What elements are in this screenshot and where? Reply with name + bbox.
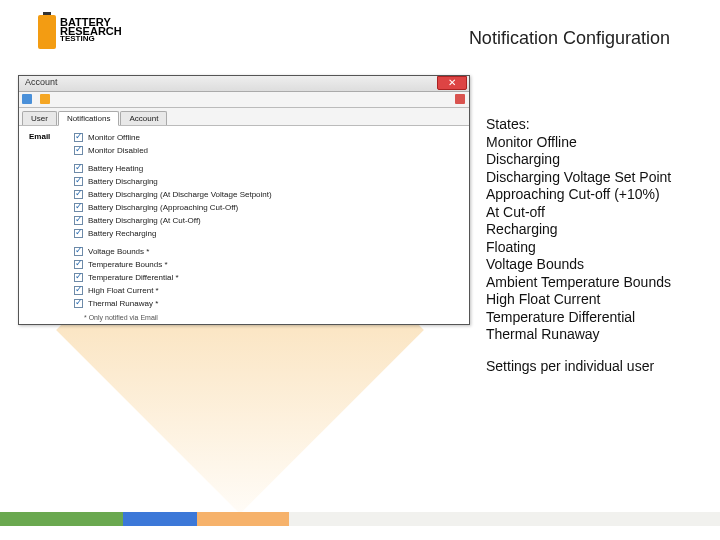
- logo: BATTERY RESEARCH TESTING: [38, 12, 122, 49]
- checkbox-label: Thermal Runaway *: [88, 299, 158, 308]
- states-item: Monitor Offline: [486, 134, 706, 152]
- checkbox-label: Voltage Bounds *: [88, 247, 149, 256]
- checkbox-label: Temperature Differential *: [88, 273, 179, 282]
- checkbox-row: Voltage Bounds *: [74, 245, 459, 258]
- states-heading: States:: [486, 116, 706, 134]
- checkbox[interactable]: [74, 273, 83, 282]
- states-item: Approaching Cut-off (+10%): [486, 186, 706, 204]
- states-panel: States: Monitor OfflineDischargingDischa…: [486, 116, 706, 375]
- checkbox-row: Temperature Differential *: [74, 271, 459, 284]
- checkbox-label: Battery Discharging (At Discharge Voltag…: [88, 190, 272, 199]
- checkbox-row: Monitor Offline: [74, 131, 459, 144]
- checkbox[interactable]: [74, 146, 83, 155]
- checkbox-label: Battery Heating: [88, 164, 143, 173]
- settings-window: Account ✕ User Notifications Account Ema…: [18, 75, 470, 325]
- states-item: Temperature Differential: [486, 309, 706, 327]
- checkbox-label: Temperature Bounds *: [88, 260, 168, 269]
- toolbar-icon-right[interactable]: [455, 94, 465, 104]
- logo-line-3: TESTING: [60, 36, 122, 43]
- checkbox-list: Monitor OfflineMonitor DisabledBattery H…: [74, 131, 459, 310]
- window-title: Account: [25, 77, 58, 87]
- states-item: Voltage Bounds: [486, 256, 706, 274]
- checkbox-row: Battery Discharging (At Discharge Voltag…: [74, 188, 459, 201]
- checkbox-row: Temperature Bounds *: [74, 258, 459, 271]
- states-item: Floating: [486, 239, 706, 257]
- tab-account[interactable]: Account: [120, 111, 167, 125]
- footer-bar-grey: [289, 512, 720, 526]
- toolbar: [19, 92, 469, 108]
- checkbox-label: High Float Current *: [88, 286, 159, 295]
- checkbox[interactable]: [74, 133, 83, 142]
- footer-bar-green: [0, 512, 123, 526]
- checkbox[interactable]: [74, 164, 83, 173]
- checkbox[interactable]: [74, 286, 83, 295]
- checkbox[interactable]: [74, 177, 83, 186]
- window-titlebar: Account ✕: [19, 76, 469, 92]
- toolbar-icon-2[interactable]: [40, 94, 50, 104]
- window-content: Email Monitor OfflineMonitor DisabledBat…: [19, 126, 469, 327]
- checkbox-label: Monitor Offline: [88, 133, 140, 142]
- checkbox-label: Battery Discharging (Approaching Cut-Off…: [88, 203, 238, 212]
- checkbox-label: Battery Discharging (At Cut-Off): [88, 216, 201, 225]
- states-item: High Float Current: [486, 291, 706, 309]
- checkbox-row: Battery Heating: [74, 162, 459, 175]
- checkbox[interactable]: [74, 260, 83, 269]
- states-list: Monitor OfflineDischargingDischarging Vo…: [486, 134, 706, 344]
- checkbox-row: High Float Current *: [74, 284, 459, 297]
- states-item: Discharging Voltage Set Point: [486, 169, 706, 187]
- close-icon: ✕: [448, 77, 456, 88]
- states-item: Recharging: [486, 221, 706, 239]
- checkbox[interactable]: [74, 190, 83, 199]
- states-item: At Cut-off: [486, 204, 706, 222]
- checkbox-label: Battery Discharging: [88, 177, 158, 186]
- states-item: Ambient Temperature Bounds: [486, 274, 706, 292]
- page-title: Notification Configuration: [469, 28, 670, 49]
- checkbox-footnote: * Only notified via Email: [84, 314, 459, 321]
- states-item: Discharging: [486, 151, 706, 169]
- checkbox-row: Monitor Disabled: [74, 144, 459, 157]
- checkbox[interactable]: [74, 203, 83, 212]
- battery-icon: [38, 12, 56, 49]
- checkbox-row: Battery Discharging (At Cut-Off): [74, 214, 459, 227]
- states-item: Thermal Runaway: [486, 326, 706, 344]
- checkbox-row: Battery Recharging: [74, 227, 459, 240]
- states-footer: Settings per individual user: [486, 358, 706, 376]
- checkbox[interactable]: [74, 229, 83, 238]
- toolbar-icon-1[interactable]: [22, 94, 32, 104]
- checkbox-row: Battery Discharging: [74, 175, 459, 188]
- footer-bar-blue: [123, 512, 197, 526]
- checkbox-label: Battery Recharging: [88, 229, 156, 238]
- checkbox[interactable]: [74, 216, 83, 225]
- footer-color-bars: [0, 512, 720, 526]
- checkbox[interactable]: [74, 247, 83, 256]
- tab-user[interactable]: User: [22, 111, 57, 125]
- close-button[interactable]: ✕: [437, 76, 467, 90]
- checkbox-row: Battery Discharging (Approaching Cut-Off…: [74, 201, 459, 214]
- footer-bar-orange: [197, 512, 289, 526]
- logo-text: BATTERY RESEARCH TESTING: [60, 18, 122, 43]
- tab-notifications[interactable]: Notifications: [58, 111, 120, 126]
- checkbox[interactable]: [74, 299, 83, 308]
- tab-bar: User Notifications Account: [19, 108, 469, 126]
- checkbox-row: Thermal Runaway *: [74, 297, 459, 310]
- checkbox-label: Monitor Disabled: [88, 146, 148, 155]
